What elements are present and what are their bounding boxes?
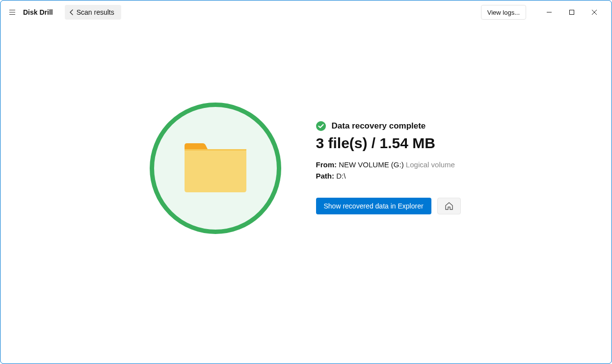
svg-rect-4	[570, 10, 574, 15]
path-label: Path:	[316, 172, 335, 180]
titlebar: Disk Drill Scan results View logs...	[0, 0, 612, 24]
hamburger-icon	[9, 9, 15, 16]
info-column: Data recovery complete 3 file(s) / 1.54 …	[316, 103, 463, 214]
svg-rect-7	[185, 149, 246, 151]
graphic-column	[149, 103, 282, 234]
maximize-icon	[569, 9, 575, 15]
close-button[interactable]	[583, 4, 606, 20]
chevron-left-icon	[70, 9, 74, 15]
home-icon	[445, 202, 453, 210]
view-logs-button[interactable]: View logs...	[481, 5, 526, 20]
success-circle	[150, 103, 281, 234]
action-row: Show recovered data in Explorer	[316, 198, 463, 214]
minimize-icon	[546, 9, 552, 15]
status-row: Data recovery complete	[316, 121, 463, 131]
from-label: From:	[316, 160, 337, 169]
menu-button[interactable]	[6, 6, 18, 18]
close-icon	[591, 9, 597, 15]
status-label: Data recovery complete	[332, 121, 426, 131]
app-title: Disk Drill	[23, 8, 53, 16]
window-controls	[538, 4, 606, 20]
minimize-button[interactable]	[538, 4, 560, 20]
from-value: NEW VOLUME (G:)	[339, 160, 404, 169]
folder-icon	[183, 142, 248, 195]
from-row: From: NEW VOLUME (G:) Logical volume	[316, 160, 463, 169]
back-button-label: Scan results	[77, 8, 114, 16]
recovery-summary: 3 file(s) / 1.54 MB	[316, 135, 463, 152]
path-row: Path: D:\	[316, 172, 463, 180]
maximize-button[interactable]	[560, 4, 583, 20]
back-button[interactable]: Scan results	[65, 5, 121, 20]
show-in-explorer-button[interactable]: Show recovered data in Explorer	[316, 198, 431, 214]
checkmark-circle-icon	[316, 121, 326, 131]
path-value: D:\	[336, 172, 346, 180]
from-secondary: Logical volume	[406, 160, 455, 169]
main-content: Data recovery complete 3 file(s) / 1.54 …	[0, 24, 612, 364]
home-button[interactable]	[437, 198, 461, 214]
